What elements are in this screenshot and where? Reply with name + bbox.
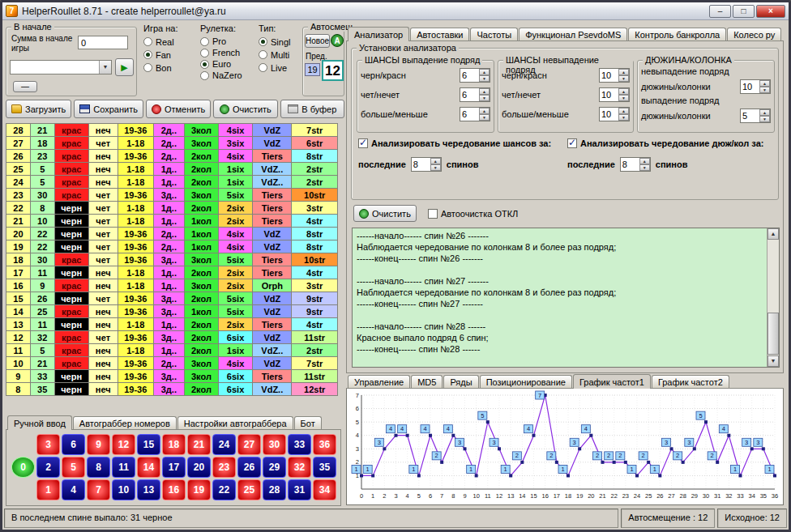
game-option-bon[interactable]: Bon (143, 62, 197, 74)
spin-down-icon[interactable]: ▼ (479, 114, 490, 121)
board-number-0[interactable]: 0 (11, 457, 35, 478)
spin-up-icon[interactable]: ▲ (618, 88, 629, 95)
board-number-4[interactable]: 4 (62, 479, 85, 500)
autoclear-checkbox[interactable]: Автоочистка ОТКЛ (428, 209, 518, 219)
board-number-2[interactable]: 2 (36, 457, 60, 478)
chart-tab-2[interactable]: MD5 (411, 375, 443, 388)
spin-up-icon[interactable]: ▲ (479, 88, 490, 95)
input-tab-3[interactable]: Настройки автограббера (177, 416, 293, 429)
spin-down-icon[interactable]: ▼ (479, 95, 490, 101)
spinner[interactable]: 5▲▼ (740, 109, 771, 123)
spinner[interactable]: 10▲▼ (599, 87, 630, 102)
roulette-option-euro[interactable]: Euro (200, 58, 257, 70)
board-number-10[interactable]: 10 (112, 479, 135, 500)
board-number-32[interactable]: 32 (288, 457, 311, 478)
type-option-live[interactable]: Live (259, 62, 302, 74)
board-number-1[interactable]: 1 (36, 479, 60, 500)
main-tab-2[interactable]: Автоставки (410, 28, 469, 40)
spin-down-icon[interactable]: ▼ (759, 116, 770, 122)
main-tab-3[interactable]: Частоты (470, 28, 518, 40)
input-tab-4[interactable]: Бот (294, 416, 322, 429)
roulette-option-nazero[interactable]: NaZero (200, 70, 257, 81)
load-button[interactable]: Загрузить (6, 100, 71, 118)
board-number-24[interactable]: 24 (212, 434, 236, 455)
alternation-checkbox-2[interactable]: Анализировать чередование дюж/кол за: (567, 136, 775, 151)
board-number-14[interactable]: 14 (137, 457, 160, 478)
titlebar[interactable]: 7 HelperRoullet 8.71 - create helperroul… (2, 2, 789, 20)
board-number-9[interactable]: 9 (87, 434, 110, 455)
main-tab-6[interactable]: Колесо ру (727, 28, 781, 40)
minus-button[interactable]: — (13, 81, 37, 92)
spinner[interactable]: 8▲▼ (411, 157, 442, 172)
input-tab-2[interactable]: Автограббер номеров (73, 416, 177, 429)
scroll-up-icon[interactable]: ▲ (767, 228, 779, 240)
board-number-7[interactable]: 7 (87, 479, 110, 500)
spin-down-icon[interactable]: ▼ (479, 75, 490, 82)
board-number-22[interactable]: 22 (212, 479, 236, 500)
board-number-27[interactable]: 27 (237, 434, 261, 455)
main-tab-5[interactable]: Контроль банкролла (628, 28, 726, 40)
board-number-5[interactable]: 5 (62, 457, 85, 478)
input-tab-1[interactable]: Ручной ввод (7, 415, 72, 430)
spinner[interactable]: 6▲▼ (460, 87, 490, 102)
clear-analyzer-button[interactable]: Очистить (353, 205, 417, 222)
spin-up-icon[interactable]: ▲ (430, 158, 441, 164)
board-number-29[interactable]: 29 (263, 457, 286, 478)
board-number-28[interactable]: 28 (263, 479, 286, 500)
board-number-13[interactable]: 13 (137, 479, 160, 500)
cancel-button[interactable]: Отменить (146, 100, 211, 118)
type-option-multi[interactable]: Multi (259, 49, 302, 61)
autoshift-a-button[interactable]: A (331, 34, 344, 47)
board-number-16[interactable]: 16 (162, 479, 186, 500)
main-tab-1[interactable]: Анализатор (348, 27, 409, 41)
chart-tab-6[interactable]: График частот2 (652, 375, 729, 388)
spin-down-icon[interactable]: ▼ (618, 95, 629, 101)
board-number-31[interactable]: 31 (288, 479, 311, 500)
analyzer-log[interactable]: ------начало------ спин №26 -------Наблю… (353, 228, 767, 367)
spinner[interactable]: 10▲▼ (599, 68, 630, 83)
chart-tab-5[interactable]: График частот1 (573, 374, 651, 389)
spin-up-icon[interactable]: ▲ (618, 108, 629, 114)
clear-button[interactable]: Очистить (213, 100, 277, 118)
board-number-21[interactable]: 21 (187, 434, 211, 455)
sum-input[interactable] (78, 36, 128, 49)
chart-tab-4[interactable]: Позиционирование (480, 375, 572, 388)
log-scrollbar[interactable]: ▲ ▼ (767, 228, 779, 367)
board-number-25[interactable]: 25 (237, 479, 261, 500)
combo-dropdown-icon[interactable]: ▼ (99, 61, 111, 74)
roulette-option-french[interactable]: French (200, 47, 257, 58)
save-button[interactable]: Сохранить (74, 100, 143, 118)
board-number-35[interactable]: 35 (313, 457, 336, 478)
scroll-down-icon[interactable]: ▼ (767, 355, 779, 367)
board-number-23[interactable]: 23 (212, 457, 236, 478)
board-number-3[interactable]: 3 (36, 434, 60, 455)
chart-tab-3[interactable]: Ряды (443, 375, 478, 388)
history-combo[interactable]: ▼ (10, 60, 112, 74)
board-number-20[interactable]: 20 (187, 457, 211, 478)
chart-tab-1[interactable]: Управление (348, 375, 410, 388)
new-button[interactable]: Новое (305, 34, 330, 48)
scroll-thumb[interactable] (767, 313, 779, 355)
spin-down-icon[interactable]: ▼ (639, 164, 650, 171)
spin-down-icon[interactable]: ▼ (618, 114, 629, 121)
board-number-17[interactable]: 17 (162, 457, 186, 478)
scroll-track[interactable] (767, 240, 779, 355)
board-number-15[interactable]: 15 (137, 434, 160, 455)
spin-down-icon[interactable]: ▼ (759, 87, 770, 93)
minimize-button[interactable]: – (709, 5, 731, 18)
spinner[interactable]: 8▲▼ (620, 157, 651, 172)
board-number-19[interactable]: 19 (187, 479, 211, 500)
board-number-26[interactable]: 26 (237, 457, 261, 478)
spinner[interactable]: 6▲▼ (460, 68, 490, 83)
board-number-36[interactable]: 36 (313, 434, 336, 455)
spin-up-icon[interactable]: ▲ (759, 80, 770, 87)
board-number-11[interactable]: 11 (112, 457, 135, 478)
alternation-checkbox-1[interactable]: Анализировать чередование шансов за: (358, 136, 566, 151)
maximize-button[interactable]: □ (733, 5, 755, 18)
to-buffer-button[interactable]: В буфер (280, 100, 344, 118)
roulette-option-pro[interactable]: Pro (200, 36, 257, 47)
board-number-30[interactable]: 30 (263, 434, 286, 455)
spinner[interactable]: 10▲▼ (599, 107, 630, 121)
spin-down-icon[interactable]: ▼ (618, 75, 629, 82)
spin-up-icon[interactable]: ▲ (639, 158, 650, 164)
